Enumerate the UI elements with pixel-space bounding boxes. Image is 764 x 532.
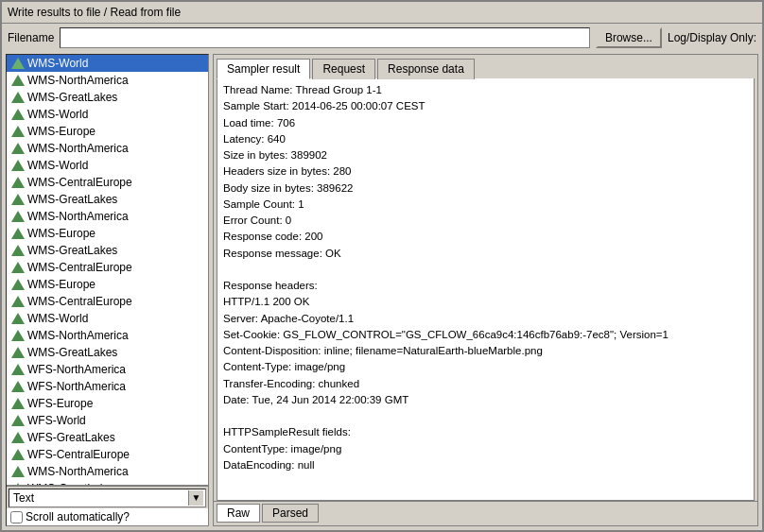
scroll-check-bar: Scroll automatically? [7,508,208,525]
tab-sampler-result[interactable]: Sampler result [217,59,310,79]
tree-item[interactable]: WFS-World [7,412,208,429]
tree-item-icon [10,244,26,257]
tree-item-label: WMS-NorthAmerica [27,142,129,155]
tree-item-icon [10,380,26,393]
tree-item-label: WFS-NorthAmerica [27,363,126,376]
bottom-tab-parsed[interactable]: Parsed [262,504,319,523]
result-text: Thread Name: Thread Group 1-1 Sample Sta… [223,82,748,473]
tree-item[interactable]: WMS-NorthAmerica [7,327,208,344]
scroll-automatically-checkbox[interactable] [10,511,23,523]
scroll-automatically-label: Scroll automatically? [26,510,130,523]
tree-item[interactable]: WMS-GreatLakes [7,344,208,361]
tree-item-icon [10,346,26,359]
tree-item[interactable]: WMS-GreatLakes [7,89,208,106]
tree-item-label: WFS-Europe [27,397,93,410]
top-bar: Filename Browse... Log/Display Only: [2,24,762,52]
tree-item-icon [10,57,26,70]
right-panel: Sampler resultRequestResponse data Threa… [213,54,758,526]
tree-item[interactable]: WMS-GreatLakes [7,191,208,208]
tree-item-icon [10,261,26,274]
text-dropdown[interactable]: Text ▼ [9,489,206,507]
filename-input[interactable] [60,27,590,48]
tree-item-icon [10,414,26,427]
tree-item-icon [10,108,26,121]
tree-item-label: WFS-NorthAmerica [27,380,126,393]
tree-item-label: WMS-World [27,108,88,121]
tree-item-icon [10,278,26,291]
tree-item[interactable]: WMS-NorthAmerica [7,140,208,157]
tree-item-icon [10,125,26,138]
tree-item[interactable]: WMS-CentralEurope [7,293,208,310]
tree-item-label: WMS-World [27,57,88,70]
tree-item-icon [10,176,26,189]
tree-item[interactable]: WMS-NorthAmerica [7,463,208,480]
tree-item[interactable]: WMS-Europe [7,276,208,293]
tree-list[interactable]: WMS-WorldWMS-NorthAmericaWMS-GreatLakesW… [7,55,208,485]
tree-item[interactable]: WMS-World [7,157,208,174]
log-display-label: Log/Display Only: [668,31,756,44]
tree-item-icon [10,210,26,223]
tree-item[interactable]: WFS-Europe [7,395,208,412]
tab-content: Thread Name: Thread Group 1-1 Sample Sta… [217,78,755,501]
tab-response-data[interactable]: Response data [377,59,475,79]
tree-item-label: WMS-GreatLakes [27,193,117,206]
tabs-row: Sampler resultRequestResponse data [214,55,757,78]
tree-item[interactable]: WFS-NorthAmerica [7,361,208,378]
tree-item-icon [10,91,26,104]
tree-item-label: WFS-CentralEurope [27,448,130,461]
tree-item-label: WMS-GreatLakes [27,244,117,257]
tree-item-icon [10,227,26,240]
tree-item-label: WMS-GreatLakes [27,346,117,359]
bottom-tab-raw[interactable]: Raw [217,504,260,523]
left-panel: WMS-WorldWMS-NorthAmericaWMS-GreatLakesW… [6,54,209,526]
bottom-tabs: RawParsed [214,501,757,525]
tree-item-label: WMS-World [27,312,88,325]
tree-item[interactable]: WFS-CentralEurope [7,446,208,463]
tree-item[interactable]: WMS-NorthAmerica [7,208,208,225]
tree-item[interactable]: WMS-World [7,310,208,327]
tree-item[interactable]: WMS-World [7,106,208,123]
tab-request[interactable]: Request [312,59,375,79]
tree-item[interactable]: WMS-World [7,55,208,72]
tree-item-icon [10,142,26,155]
tree-item-label: WMS-World [27,159,88,172]
tree-item[interactable]: WMS-CentralEurope [7,259,208,276]
tree-item-icon [10,397,26,410]
tree-item-icon [10,193,26,206]
tree-item-label: WFS-World [27,414,86,427]
tree-item-label: WMS-NorthAmerica [27,74,129,87]
tree-item-icon [10,431,26,444]
tree-item-icon [10,295,26,308]
outer-panel: Write results to file / Read from file F… [0,0,764,532]
tree-item[interactable]: WMS-CentralEurope [7,174,208,191]
tree-item-icon [10,448,26,461]
tree-item[interactable]: WMS-Europe [7,225,208,242]
tree-item-label: WMS-NorthAmerica [27,465,129,478]
tree-item[interactable]: WMS-NorthAmerica [7,72,208,89]
tree-item-label: WMS-Europe [27,227,96,240]
tree-item[interactable]: WMS-GreatLakes [7,242,208,259]
main-content: WMS-WorldWMS-NorthAmericaWMS-GreatLakesW… [2,52,762,530]
tree-item-label: WMS-Europe [27,125,96,138]
tree-item-label: WMS-Europe [27,278,96,291]
tree-item-icon [10,74,26,87]
title-bar: Write results to file / Read from file [2,2,762,24]
browse-button[interactable]: Browse... [596,27,662,48]
text-dropdown-label: Text [11,491,188,505]
tree-item-icon [10,159,26,172]
tree-item-icon [10,465,26,478]
tree-item-label: WMS-NorthAmerica [27,329,129,342]
title-label: Write results to file / Read from file [8,6,181,19]
tree-item-label: WMS-GreatLakes [27,91,117,104]
tree-item-icon [10,363,26,376]
bottom-left-bar: Text ▼ [7,486,208,508]
tree-item-label: WFS-GreatLakes [27,431,115,444]
tree-item[interactable]: WFS-NorthAmerica [7,378,208,395]
tree-item[interactable]: WFS-GreatLakes [7,429,208,446]
tree-item-icon [10,312,26,325]
tree-item-icon [10,329,26,342]
tree-item-label: WMS-CentralEurope [27,295,132,308]
dropdown-arrow-icon[interactable]: ▼ [188,490,203,506]
tree-item[interactable]: WMS-Europe [7,123,208,140]
tree-item-label: WMS-CentralEurope [27,176,132,189]
